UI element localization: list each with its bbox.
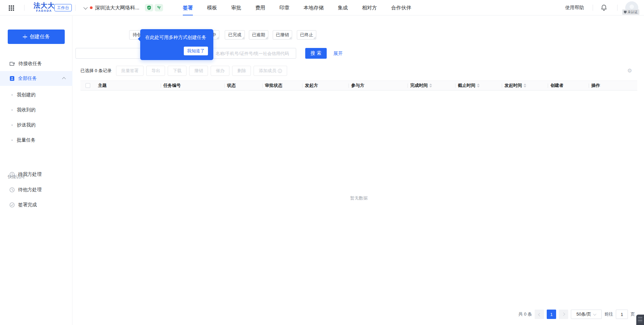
table-settings-gear-icon[interactable]: ⚙ — [627, 66, 632, 76]
download-button[interactable]: 下载 — [168, 66, 186, 76]
sort-icon[interactable] — [477, 84, 480, 88]
notification-bell-icon[interactable] — [601, 0, 607, 15]
help-link[interactable]: 使用帮助 — [565, 0, 584, 15]
col-status: 状态 — [224, 81, 262, 90]
goto-page-input[interactable] — [616, 310, 628, 319]
not-certified-badge: 未认证 — [622, 9, 639, 15]
col-creator: 创建者 — [548, 81, 589, 90]
tasks-doc-icon — [9, 76, 15, 81]
table-header: 主题 任务编号 状态 审批状态 发起方 参与方 完成时间 截止时间 发起时间 创… — [80, 80, 637, 91]
pagination: 共 0 条 1 50条/页 前往 页 — [519, 309, 635, 319]
col-initiate-time[interactable]: 发起时间 — [502, 81, 548, 90]
add-member-button[interactable]: 添加成员 — [254, 66, 287, 76]
col-complete-time[interactable]: 完成时间 — [408, 81, 455, 90]
tab-fees[interactable]: 费用 — [255, 0, 265, 15]
goto-suffix: 页 — [631, 311, 635, 317]
sidebar-item-awaiting-us[interactable]: 待我方处理 — [0, 167, 72, 182]
expand-filters-link[interactable]: 展开 — [333, 48, 343, 59]
current-page-button[interactable]: 1 — [547, 310, 556, 319]
tab-templates[interactable]: 模板 — [207, 0, 217, 15]
tab-counterparties[interactable]: 相对方 — [362, 0, 377, 15]
chevron-up-icon — [62, 77, 66, 81]
company-green-badge — [155, 0, 163, 15]
col-task-number: 任务编号 — [161, 81, 224, 90]
info-circle-icon — [278, 69, 282, 73]
apps-grid-icon[interactable] — [9, 5, 10, 7]
logo-cn: 法大大 — [34, 2, 55, 9]
leaf-icon — [155, 4, 163, 11]
tooltip-arrow — [138, 37, 140, 41]
create-task-tooltip: 在此处可用多种方式创建任务 我知道了 — [140, 29, 213, 60]
logo-en: FADADA — [34, 9, 55, 12]
col-subject: 主题 — [95, 81, 161, 90]
export-button[interactable]: 导出 — [146, 66, 165, 76]
create-task-button[interactable]: 创建任务 — [8, 30, 65, 44]
tooltip-text: 在此处可用多种方式创建任务 — [145, 35, 206, 41]
participant-search-input[interactable] — [212, 48, 296, 59]
batch-sign-button[interactable]: 批量签署 — [116, 66, 144, 76]
tooltip-confirm-button[interactable]: 我知道了 — [184, 47, 208, 55]
sidebar-item-awaiting-others[interactable]: 待他方处理 — [0, 182, 72, 197]
tab-local-storage[interactable]: 本地存储 — [304, 0, 324, 15]
prev-page-button[interactable] — [535, 310, 544, 319]
sidebar-subitem-batch-tasks[interactable]: 批量任务 — [0, 133, 72, 148]
alert-circle-icon — [9, 172, 15, 177]
sidebar: 创建任务 待接收任务 全部任务 我创建的 我收到的 抄送我的 批量任务 快捷访问 — [0, 16, 72, 325]
filter-chip-overdue[interactable]: 已逾期 — [249, 30, 268, 40]
page-size-select[interactable]: 50条/页 — [571, 310, 602, 319]
revoke-button[interactable]: 撤销 — [189, 66, 208, 76]
sort-icon[interactable] — [429, 84, 432, 88]
chevron-right-icon — [561, 312, 565, 316]
selected-count-text: 已选择 0 条记录 — [80, 68, 111, 74]
workspace-badge: 工作台 — [54, 4, 72, 11]
list-lines-icon — [638, 317, 642, 323]
col-initiator: 发起方 — [302, 81, 348, 90]
select-all-checkbox[interactable] — [86, 83, 90, 88]
sort-icon[interactable] — [524, 84, 526, 88]
divider — [593, 5, 593, 11]
sidebar-subitem-created-by-me[interactable]: 我创建的 — [0, 88, 72, 102]
company-selector[interactable]: 深圳法大大网络科... — [85, 0, 140, 15]
chevron-down-icon — [593, 312, 596, 316]
sidebar-item-sign-completed[interactable]: 签署完成 — [0, 198, 72, 212]
chevron-down-icon — [84, 5, 88, 9]
sidebar-subitem-cc-to-me[interactable]: 抄送我的 — [0, 118, 72, 132]
empty-text: 暂无数据 — [350, 195, 368, 201]
plus-icon — [23, 35, 27, 39]
sidebar-subitem-received-by-me[interactable]: 我收到的 — [0, 103, 72, 117]
tab-seals[interactable]: 印章 — [279, 0, 289, 15]
check-circle-icon — [9, 202, 15, 208]
divider — [24, 5, 24, 11]
search-button[interactable]: 搜 索 — [305, 48, 327, 59]
divider — [75, 5, 75, 11]
filter-chip-terminated[interactable]: 已终止 — [297, 30, 316, 40]
sidebar-item-all-tasks[interactable]: 全部任务 — [0, 71, 72, 86]
inbox-arrow-icon — [9, 61, 15, 66]
next-page-button[interactable] — [559, 310, 568, 319]
fadada-logo[interactable]: 法大大 FADADA — [34, 2, 55, 12]
tab-sign[interactable]: 签署 — [183, 0, 193, 15]
col-approval-status: 审批状态 — [262, 81, 302, 90]
sidebar-item-pending-receive[interactable]: 待接收任务 — [0, 56, 72, 71]
company-name: 深圳法大大网络科... — [95, 5, 140, 11]
primary-nav-tabs: 签署 模板 审批 费用 印章 本地存储 集成 相对方 合作伙伴 — [183, 0, 411, 15]
urge-button[interactable]: 催办 — [211, 66, 229, 76]
tab-integrations[interactable]: 集成 — [338, 0, 348, 15]
bullet-icon — [11, 94, 13, 96]
sidebar-item-label: 待接收任务 — [18, 61, 42, 67]
shield-check-icon — [145, 4, 153, 11]
col-participant: 参与方 — [348, 81, 408, 90]
fadada-workbench: 法大大 FADADA 工作台 深圳法大大网络科... 签署 模板 审批 费用 印… — [0, 0, 644, 325]
sidebar-item-label: 全部任务 — [18, 75, 37, 82]
tab-approvals[interactable]: 审批 — [231, 0, 241, 15]
shield-icon — [624, 11, 627, 14]
tab-partners[interactable]: 合作伙伴 — [391, 0, 411, 15]
filter-chip-revoked[interactable]: 已撤销 — [273, 30, 292, 40]
corner-floating-widget[interactable] — [636, 315, 644, 325]
filter-chip-completed[interactable]: 已完成 — [225, 30, 245, 40]
company-status-dot — [90, 6, 93, 9]
total-count-text: 共 0 条 — [519, 311, 532, 317]
delete-button[interactable]: 删除 — [232, 66, 251, 76]
col-deadline-time[interactable]: 截止时间 — [455, 81, 502, 90]
bullet-icon — [11, 124, 13, 126]
